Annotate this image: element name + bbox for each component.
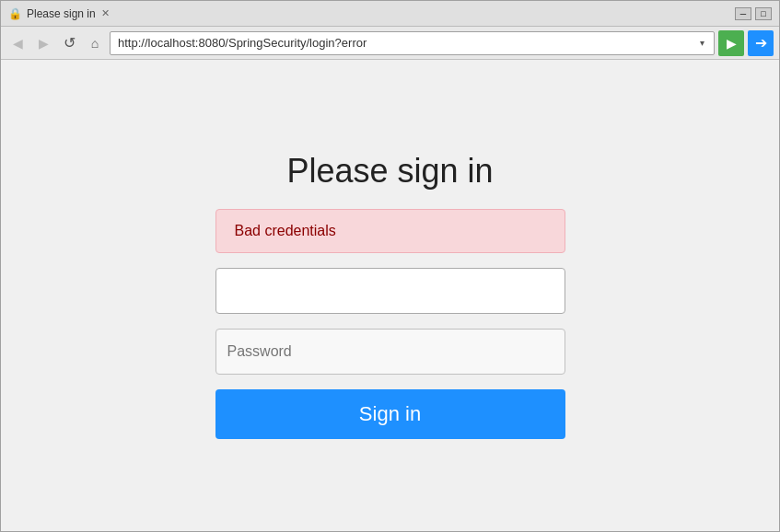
browser-icon-symbol: ➔ (755, 34, 767, 52)
back-button[interactable]: ◀ (6, 32, 29, 54)
reload-button[interactable]: ↺ (58, 32, 80, 54)
chevron-down-icon: ▾ (700, 38, 704, 48)
favicon-icon: 🔒 (8, 7, 21, 20)
error-message-text: Bad credentials (235, 223, 336, 238)
window-controls: ─ □ (735, 7, 772, 20)
title-bar: 🔒 Please sign in ✕ ─ □ (1, 1, 779, 27)
forward-button[interactable]: ▶ (32, 32, 54, 54)
sign-in-button[interactable]: Sign in (215, 389, 565, 439)
browser-logo-icon: ➔ (748, 30, 774, 56)
maximize-button[interactable]: □ (755, 7, 772, 20)
home-icon: ⌂ (91, 36, 99, 51)
go-button[interactable]: ▶ (718, 30, 744, 56)
title-bar-label: Please sign in (27, 7, 96, 20)
go-icon: ▶ (727, 36, 737, 51)
page-content: Please sign in Bad credentials Sign in (1, 60, 779, 531)
back-icon: ◀ (13, 36, 23, 51)
password-input[interactable] (215, 329, 565, 375)
forward-icon: ▶ (39, 36, 49, 51)
title-tab-close[interactable]: ✕ (101, 7, 110, 19)
reload-icon: ↺ (64, 34, 76, 52)
error-message-box: Bad credentials (215, 209, 565, 253)
page-title: Please sign in (286, 152, 493, 191)
sign-in-label: Sign in (359, 402, 421, 425)
address-dropdown-button[interactable]: ▾ (693, 34, 711, 52)
address-bar-container: ▾ (110, 31, 715, 55)
address-bar-input[interactable] (110, 31, 715, 55)
home-button[interactable]: ⌂ (84, 32, 106, 54)
toolbar: ◀ ▶ ↺ ⌂ ▾ ▶ ➔ (1, 27, 779, 60)
username-input[interactable] (215, 268, 565, 314)
browser-window: 🔒 Please sign in ✕ ─ □ ◀ ▶ ↺ ⌂ ▾ ▶ (0, 0, 780, 532)
login-form: Please sign in Bad credentials Sign in (206, 152, 575, 439)
minimize-button[interactable]: ─ (735, 7, 751, 20)
